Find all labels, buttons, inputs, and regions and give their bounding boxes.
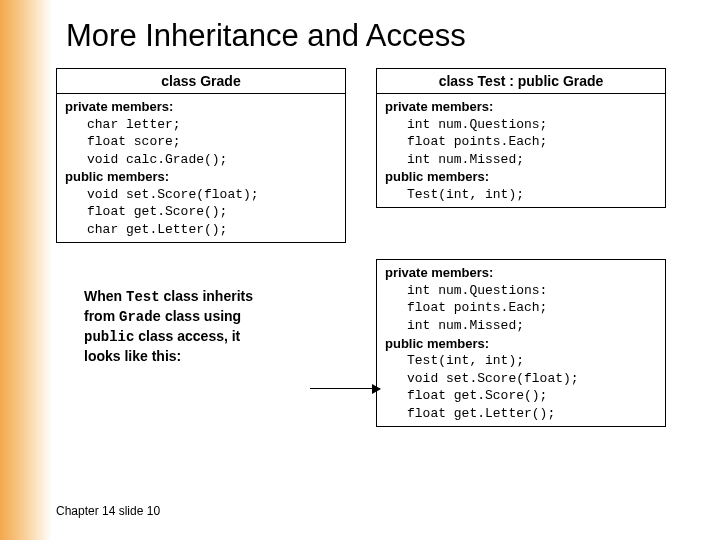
explain-code: Grade bbox=[119, 309, 161, 325]
explain-text: looks like this: bbox=[84, 348, 181, 364]
grade-private-line: void calc.Grade(); bbox=[65, 151, 337, 169]
combined-private-line: int num.Questions: bbox=[385, 282, 657, 300]
explain-text: class inherits bbox=[160, 288, 253, 304]
test-box: class Test : public Grade private member… bbox=[376, 68, 666, 208]
combined-public-line: float get.Score(); bbox=[385, 387, 657, 405]
top-row: class Grade private members: char letter… bbox=[56, 68, 690, 243]
combined-public-label: public members: bbox=[385, 335, 657, 353]
explain-text: class access, it bbox=[134, 328, 240, 344]
combined-private-label: private members: bbox=[385, 264, 657, 282]
grade-private-line: char letter; bbox=[65, 116, 337, 134]
test-public-line: Test(int, int); bbox=[385, 186, 657, 204]
combined-private-line: float points.Each; bbox=[385, 299, 657, 317]
grade-public-label: public members: bbox=[65, 168, 337, 186]
grade-box-header: class Grade bbox=[57, 69, 345, 94]
explain-text: When bbox=[84, 288, 126, 304]
grade-public-line: float get.Score(); bbox=[65, 203, 337, 221]
explain-code: Test bbox=[126, 289, 160, 305]
explain-text: from bbox=[84, 308, 119, 324]
test-box-header: class Test : public Grade bbox=[377, 69, 665, 94]
test-public-label: public members: bbox=[385, 168, 657, 186]
test-private-line: int num.Missed; bbox=[385, 151, 657, 169]
grade-box: class Grade private members: char letter… bbox=[56, 68, 346, 243]
slide-footer: Chapter 14 slide 10 bbox=[56, 504, 160, 518]
test-private-line: int num.Questions; bbox=[385, 116, 657, 134]
slide-title: More Inheritance and Access bbox=[66, 18, 690, 54]
combined-box-body: private members: int num.Questions: floa… bbox=[377, 260, 665, 426]
combined-private-line: int num.Missed; bbox=[385, 317, 657, 335]
slide-content: More Inheritance and Access class Grade … bbox=[0, 0, 720, 540]
grade-public-line: char get.Letter(); bbox=[65, 221, 337, 239]
test-box-body: private members: int num.Questions; floa… bbox=[377, 94, 665, 207]
grade-public-line: void set.Score(float); bbox=[65, 186, 337, 204]
grade-private-line: float score; bbox=[65, 133, 337, 151]
grade-private-label: private members: bbox=[65, 98, 337, 116]
test-column: class Test : public Grade private member… bbox=[376, 68, 666, 243]
test-private-label: private members: bbox=[385, 98, 657, 116]
bottom-row: When Test class inherits from Grade clas… bbox=[56, 259, 690, 427]
explain-code: public bbox=[84, 329, 134, 345]
test-private-line: float points.Each; bbox=[385, 133, 657, 151]
grade-column: class Grade private members: char letter… bbox=[56, 68, 346, 243]
arrow-right-icon bbox=[310, 388, 380, 389]
explain-column: When Test class inherits from Grade clas… bbox=[56, 259, 346, 427]
combined-public-line: float get.Letter(); bbox=[385, 405, 657, 423]
explanation-text: When Test class inherits from Grade clas… bbox=[84, 287, 314, 366]
combined-box: private members: int num.Questions: floa… bbox=[376, 259, 666, 427]
combined-public-line: void set.Score(float); bbox=[385, 370, 657, 388]
combined-public-line: Test(int, int); bbox=[385, 352, 657, 370]
combined-column: private members: int num.Questions: floa… bbox=[376, 259, 666, 427]
grade-box-body: private members: char letter; float scor… bbox=[57, 94, 345, 242]
explain-text: class using bbox=[161, 308, 241, 324]
